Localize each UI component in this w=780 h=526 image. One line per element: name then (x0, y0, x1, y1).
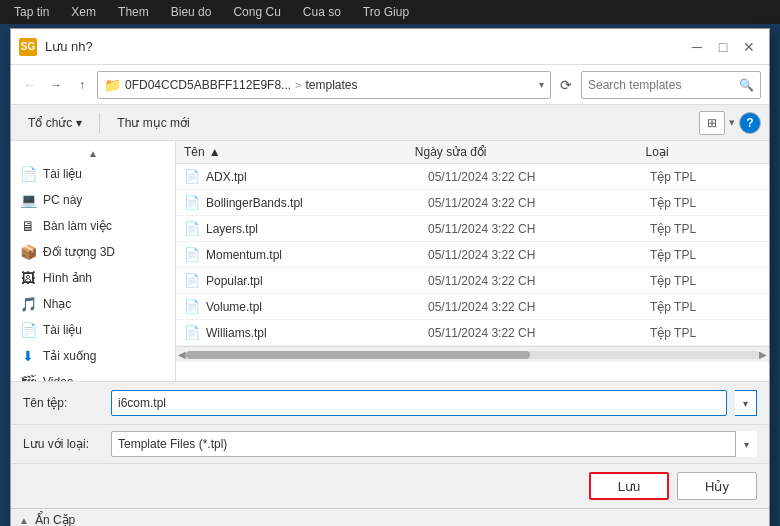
close-button[interactable]: ✕ (737, 35, 761, 59)
sidebar-label-nhac: Nhạc (43, 297, 71, 311)
filename-row: Tên tệp: ▾ (11, 381, 769, 424)
sidebar-label-doi-tuong-3d: Đối tượng 3D (43, 245, 115, 259)
menu-cuaso[interactable]: Cua so (293, 3, 351, 21)
up-button[interactable]: ↑ (71, 74, 93, 96)
back-button[interactable]: ← (19, 74, 41, 96)
maximize-button[interactable]: □ (711, 35, 735, 59)
filetype-row: Lưu với loại: Template Files (*.tpl) ▾ (11, 424, 769, 463)
filetype-dropdown-btn[interactable]: ▾ (735, 431, 757, 457)
file-list-container: Tên ▲ Ngày sửa đổi Loại 📄 ADX.tpl 05/11/… (176, 141, 769, 381)
filename-dropdown-btn[interactable]: ▾ (735, 390, 757, 416)
sidebar-item-video[interactable]: 🎬 Video (11, 369, 175, 381)
sidebar-label-tai-lieu-1: Tài liệu (43, 167, 82, 181)
sidebar-item-pc-nay[interactable]: 💻 PC này (11, 187, 175, 213)
sidebar-label-tai-xuong: Tải xuống (43, 349, 96, 363)
filename-input[interactable] (111, 390, 727, 416)
sidebar-scroll-up[interactable]: ▲ (11, 145, 175, 161)
menu-congcu[interactable]: Cong Cu (223, 3, 290, 21)
file-name: Momentum.tpl (206, 248, 428, 262)
file-name: Williams.tpl (206, 326, 428, 340)
path-separator: > (295, 79, 301, 91)
file-row[interactable]: 📄 Popular.tpl 05/11/2024 3:22 CH Tệp TPL (176, 268, 769, 294)
horizontal-scrollbar[interactable]: ◀ ▶ (176, 346, 769, 362)
file-icon: 📄 (184, 325, 200, 340)
toolbar-right: ⊞ ▾ ? (699, 111, 761, 135)
scrollbar-track[interactable] (186, 351, 759, 359)
file-name: Layers.tpl (206, 222, 428, 236)
sidebar-label-tai-lieu-2: Tài liệu (43, 323, 82, 337)
menu-taptin[interactable]: Tap tin (4, 3, 59, 21)
sidebar-item-ban-lam-viec[interactable]: 🖥 Bàn làm việc (11, 213, 175, 239)
filetype-select[interactable]: Template Files (*.tpl) (111, 431, 757, 457)
file-icon: 📄 (184, 169, 200, 184)
toolbar-separator (99, 113, 100, 133)
menu-them[interactable]: Them (108, 3, 159, 21)
menu-xem[interactable]: Xem (61, 3, 106, 21)
cancel-button[interactable]: Hủy (677, 472, 757, 500)
sidebar-label-ban-lam-viec: Bàn làm việc (43, 219, 112, 233)
forward-button[interactable]: → (45, 74, 67, 96)
file-name: Volume.tpl (206, 300, 428, 314)
scroll-right-btn[interactable]: ▶ (759, 349, 767, 360)
file-row[interactable]: 📄 Volume.tpl 05/11/2024 3:22 CH Tệp TPL (176, 294, 769, 320)
column-type[interactable]: Loại (646, 145, 761, 159)
path-root: 0FD04CCD5ABBFF112E9F8... (125, 78, 291, 92)
scrollbar-thumb[interactable] (186, 351, 530, 359)
view-dropdown-arrow[interactable]: ▾ (729, 116, 735, 129)
file-name: BollingerBands.tpl (206, 196, 428, 210)
buttons-row: Lưu Hủy (11, 463, 769, 508)
search-icon[interactable]: 🔍 (739, 78, 754, 92)
column-date[interactable]: Ngày sửa đổi (415, 145, 646, 159)
search-input[interactable] (588, 78, 735, 92)
sidebar-item-tai-lieu-1[interactable]: 📄 Tài liệu (11, 161, 175, 187)
file-list-header[interactable]: Tên ▲ Ngày sửa đổi Loại (176, 141, 769, 164)
sidebar-item-hinh-anh[interactable]: 🖼 Hình ảnh (11, 265, 175, 291)
file-icon: 📄 (184, 195, 200, 210)
path-bar[interactable]: 📁 0FD04CCD5ABBFF112E9F8... > templates ▾ (97, 71, 551, 99)
file-row[interactable]: 📄 Williams.tpl 05/11/2024 3:22 CH Tệp TP… (176, 320, 769, 346)
menu-bar: Tap tin Xem Them Bieu do Cong Cu Cua so … (0, 0, 780, 24)
file-date: 05/11/2024 3:22 CH (428, 222, 650, 236)
refresh-button[interactable]: ⟳ (555, 74, 577, 96)
dialog-title: Lưu nh? (45, 39, 685, 54)
file-icon: 📄 (184, 299, 200, 314)
menu-bieudo[interactable]: Bieu do (161, 3, 222, 21)
help-button[interactable]: ? (739, 112, 761, 134)
new-folder-button[interactable]: Thư mục mới (108, 112, 198, 134)
image-icon: 🖼 (19, 270, 37, 286)
sidebar-item-nhac[interactable]: 🎵 Nhạc (11, 291, 175, 317)
sidebar-item-doi-tuong-3d[interactable]: 📦 Đối tượng 3D (11, 239, 175, 265)
file-type: Tệp TPL (650, 274, 761, 288)
file-type: Tệp TPL (650, 248, 761, 262)
file-type: Tệp TPL (650, 222, 761, 236)
menu-trogiup[interactable]: Tro Giup (353, 3, 419, 21)
organize-button[interactable]: Tổ chức ▾ (19, 112, 91, 134)
3d-icon: 📦 (19, 244, 37, 260)
file-row[interactable]: 📄 Layers.tpl 05/11/2024 3:22 CH Tệp TPL (176, 216, 769, 242)
file-date: 05/11/2024 3:22 CH (428, 170, 650, 184)
file-row[interactable]: 📄 Momentum.tpl 05/11/2024 3:22 CH Tệp TP… (176, 242, 769, 268)
organize-arrow: ▾ (76, 116, 82, 130)
file-row[interactable]: 📄 BollingerBands.tpl 05/11/2024 3:22 CH … (176, 190, 769, 216)
pinned-section[interactable]: ▲ Ẩn Cặp (11, 508, 769, 526)
download-icon: ⬇ (19, 348, 37, 364)
search-box[interactable]: 🔍 (581, 71, 761, 99)
file-date: 05/11/2024 3:22 CH (428, 248, 650, 262)
scroll-left-btn[interactable]: ◀ (178, 349, 186, 360)
file-row[interactable]: 📄 ADX.tpl 05/11/2024 3:22 CH Tệp TPL (176, 164, 769, 190)
video-icon: 🎬 (19, 374, 37, 381)
new-folder-label: Thư mục mới (117, 116, 189, 130)
minimize-button[interactable]: ─ (685, 35, 709, 59)
document2-icon: 📄 (19, 322, 37, 338)
view-toggle-button[interactable]: ⊞ (699, 111, 725, 135)
toolbar: Tổ chức ▾ Thư mục mới ⊞ ▾ ? (11, 105, 769, 141)
sidebar-item-tai-xuong[interactable]: ⬇ Tải xuống (11, 343, 175, 369)
sidebar-item-tai-lieu-2[interactable]: 📄 Tài liệu (11, 317, 175, 343)
path-dropdown-arrow[interactable]: ▾ (539, 79, 544, 90)
app-icon: SG (19, 38, 37, 56)
file-date: 05/11/2024 3:22 CH (428, 300, 650, 314)
window-controls: ─ □ ✕ (685, 35, 761, 59)
column-name[interactable]: Tên ▲ (184, 145, 415, 159)
sort-arrow-icon: ▲ (209, 145, 221, 159)
save-button[interactable]: Lưu (589, 472, 669, 500)
